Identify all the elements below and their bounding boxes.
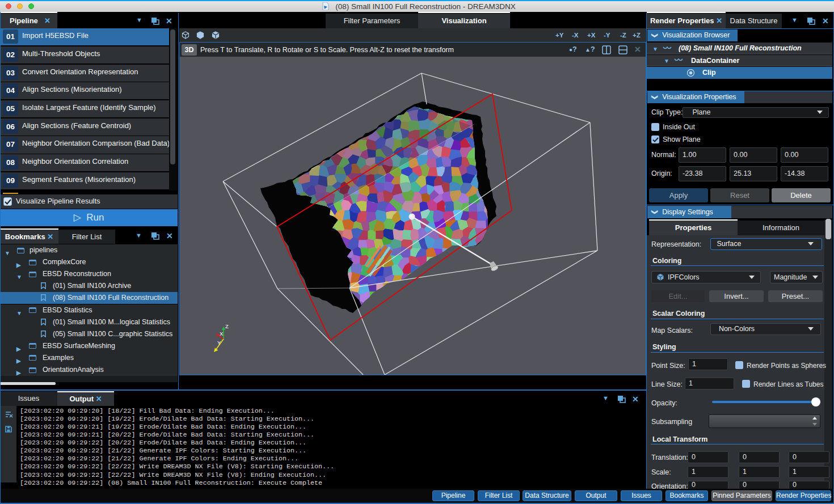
svg-text:Z: Z [225,323,229,329]
svg-text:Y: Y [217,340,221,346]
svg-text:X: X [220,331,224,337]
